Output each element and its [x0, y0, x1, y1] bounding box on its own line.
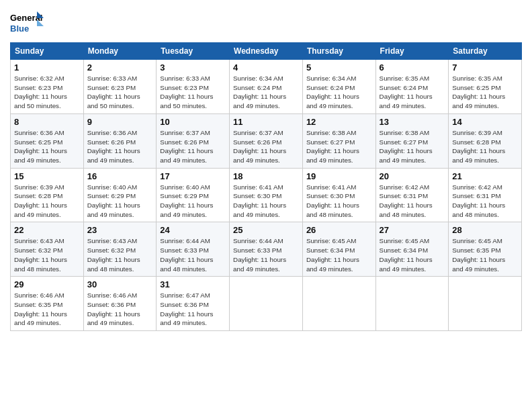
calendar-cell: 10Sunrise: 6:37 AM Sunset: 6:26 PM Dayli…	[157, 113, 230, 168]
day-number: 15	[14, 171, 80, 181]
day-info: Sunrise: 6:36 AM Sunset: 6:25 PM Dayligh…	[14, 128, 80, 165]
day-info: Sunrise: 6:45 AM Sunset: 6:34 PM Dayligh…	[306, 236, 372, 273]
day-number: 27	[380, 225, 445, 235]
day-of-week-header: Friday	[375, 43, 449, 60]
day-number: 5	[306, 62, 372, 73]
day-info: Sunrise: 6:42 AM Sunset: 6:31 PM Dayligh…	[452, 183, 518, 220]
day-number: 10	[160, 117, 226, 127]
calendar-week-row: 8Sunrise: 6:36 AM Sunset: 6:25 PM Daylig…	[11, 113, 522, 168]
day-info: Sunrise: 6:34 AM Sunset: 6:24 PM Dayligh…	[233, 74, 299, 111]
calendar-week-row: 29Sunrise: 6:46 AM Sunset: 6:35 PM Dayli…	[11, 277, 522, 331]
day-info: Sunrise: 6:42 AM Sunset: 6:31 PM Dayligh…	[380, 183, 445, 220]
calendar-cell: 5Sunrise: 6:34 AM Sunset: 6:24 PM Daylig…	[302, 60, 375, 114]
day-of-week-header: Monday	[83, 43, 157, 60]
day-info: Sunrise: 6:35 AM Sunset: 6:24 PM Dayligh…	[380, 74, 445, 111]
day-info: Sunrise: 6:38 AM Sunset: 6:27 PM Dayligh…	[306, 128, 372, 165]
day-number: 31	[160, 279, 226, 289]
calendar-cell: 3Sunrise: 6:33 AM Sunset: 6:23 PM Daylig…	[157, 60, 230, 114]
calendar-cell: 24Sunrise: 6:44 AM Sunset: 6:33 PM Dayli…	[157, 222, 230, 277]
calendar-cell: 26Sunrise: 6:45 AM Sunset: 6:34 PM Dayli…	[302, 222, 375, 277]
day-info: Sunrise: 6:33 AM Sunset: 6:23 PM Dayligh…	[87, 74, 153, 111]
svg-text:Blue: Blue	[10, 24, 29, 34]
calendar-cell: 15Sunrise: 6:39 AM Sunset: 6:28 PM Dayli…	[11, 168, 84, 222]
day-of-week-header: Sunday	[11, 43, 84, 60]
day-info: Sunrise: 6:47 AM Sunset: 6:36 PM Dayligh…	[160, 291, 226, 328]
day-of-week-header: Wednesday	[230, 43, 303, 60]
day-info: Sunrise: 6:37 AM Sunset: 6:26 PM Dayligh…	[233, 128, 299, 165]
calendar-cell	[230, 277, 303, 331]
calendar-cell: 18Sunrise: 6:41 AM Sunset: 6:30 PM Dayli…	[230, 168, 303, 222]
day-number: 11	[233, 117, 299, 127]
day-info: Sunrise: 6:41 AM Sunset: 6:30 PM Dayligh…	[306, 183, 372, 220]
calendar-cell	[449, 277, 522, 331]
day-info: Sunrise: 6:45 AM Sunset: 6:34 PM Dayligh…	[380, 236, 445, 273]
day-info: Sunrise: 6:44 AM Sunset: 6:33 PM Dayligh…	[160, 236, 226, 273]
calendar-cell: 4Sunrise: 6:34 AM Sunset: 6:24 PM Daylig…	[230, 60, 303, 114]
day-number: 23	[87, 225, 153, 235]
day-number: 28	[452, 225, 518, 235]
calendar-cell: 7Sunrise: 6:35 AM Sunset: 6:25 PM Daylig…	[449, 60, 522, 114]
calendar-cell: 13Sunrise: 6:38 AM Sunset: 6:27 PM Dayli…	[375, 113, 449, 168]
day-info: Sunrise: 6:44 AM Sunset: 6:33 PM Dayligh…	[233, 236, 299, 273]
calendar-cell: 2Sunrise: 6:33 AM Sunset: 6:23 PM Daylig…	[83, 60, 157, 114]
calendar-cell: 25Sunrise: 6:44 AM Sunset: 6:33 PM Dayli…	[230, 222, 303, 277]
day-of-week-header: Thursday	[302, 43, 375, 60]
day-info: Sunrise: 6:43 AM Sunset: 6:32 PM Dayligh…	[87, 236, 153, 273]
calendar-cell: 21Sunrise: 6:42 AM Sunset: 6:31 PM Dayli…	[449, 168, 522, 222]
calendar-cell: 19Sunrise: 6:41 AM Sunset: 6:30 PM Dayli…	[302, 168, 375, 222]
day-info: Sunrise: 6:41 AM Sunset: 6:30 PM Dayligh…	[233, 183, 299, 220]
day-number: 13	[380, 117, 445, 127]
day-number: 4	[233, 62, 299, 73]
calendar-cell: 20Sunrise: 6:42 AM Sunset: 6:31 PM Dayli…	[375, 168, 449, 222]
day-number: 22	[14, 225, 80, 235]
day-info: Sunrise: 6:46 AM Sunset: 6:36 PM Dayligh…	[87, 291, 153, 328]
day-number: 21	[452, 171, 518, 181]
day-number: 7	[452, 62, 518, 73]
day-number: 3	[160, 62, 226, 73]
day-info: Sunrise: 6:38 AM Sunset: 6:27 PM Dayligh…	[380, 128, 445, 165]
calendar-header-row: SundayMondayTuesdayWednesdayThursdayFrid…	[11, 43, 522, 60]
day-number: 26	[306, 225, 372, 235]
day-number: 9	[87, 117, 153, 127]
calendar-cell: 17Sunrise: 6:40 AM Sunset: 6:29 PM Dayli…	[157, 168, 230, 222]
calendar-cell: 29Sunrise: 6:46 AM Sunset: 6:35 PM Dayli…	[11, 277, 84, 331]
day-of-week-header: Tuesday	[157, 43, 230, 60]
calendar-cell	[302, 277, 375, 331]
day-number: 14	[452, 117, 518, 127]
day-info: Sunrise: 6:40 AM Sunset: 6:29 PM Dayligh…	[160, 183, 226, 220]
calendar-cell: 6Sunrise: 6:35 AM Sunset: 6:24 PM Daylig…	[375, 60, 449, 114]
page-container: GeneralBlue SundayMondayTuesdayWednesday…	[0, 0, 532, 338]
day-info: Sunrise: 6:40 AM Sunset: 6:29 PM Dayligh…	[87, 183, 153, 220]
day-number: 25	[233, 225, 299, 235]
day-number: 18	[233, 171, 299, 181]
calendar-week-row: 1Sunrise: 6:32 AM Sunset: 6:23 PM Daylig…	[11, 60, 522, 114]
day-number: 1	[14, 62, 80, 73]
day-of-week-header: Saturday	[449, 43, 522, 60]
day-number: 2	[87, 62, 153, 73]
day-number: 20	[380, 171, 445, 181]
calendar-cell: 23Sunrise: 6:43 AM Sunset: 6:32 PM Dayli…	[83, 222, 157, 277]
calendar-cell: 9Sunrise: 6:36 AM Sunset: 6:26 PM Daylig…	[83, 113, 157, 168]
day-number: 17	[160, 171, 226, 181]
day-info: Sunrise: 6:35 AM Sunset: 6:25 PM Dayligh…	[452, 74, 518, 111]
day-number: 29	[14, 279, 80, 289]
day-number: 16	[87, 171, 153, 181]
header: GeneralBlue	[10, 10, 522, 36]
logo: GeneralBlue	[10, 10, 44, 36]
day-info: Sunrise: 6:34 AM Sunset: 6:24 PM Dayligh…	[306, 74, 372, 111]
day-number: 12	[306, 117, 372, 127]
day-info: Sunrise: 6:46 AM Sunset: 6:35 PM Dayligh…	[14, 291, 80, 328]
calendar-cell: 11Sunrise: 6:37 AM Sunset: 6:26 PM Dayli…	[230, 113, 303, 168]
day-number: 6	[380, 62, 445, 73]
calendar-week-row: 22Sunrise: 6:43 AM Sunset: 6:32 PM Dayli…	[11, 222, 522, 277]
day-info: Sunrise: 6:45 AM Sunset: 6:35 PM Dayligh…	[452, 236, 518, 273]
calendar-body: 1Sunrise: 6:32 AM Sunset: 6:23 PM Daylig…	[11, 60, 522, 331]
calendar-cell: 31Sunrise: 6:47 AM Sunset: 6:36 PM Dayli…	[157, 277, 230, 331]
calendar-cell: 27Sunrise: 6:45 AM Sunset: 6:34 PM Dayli…	[375, 222, 449, 277]
calendar-table: SundayMondayTuesdayWednesdayThursdayFrid…	[10, 42, 522, 331]
logo-svg: GeneralBlue	[10, 10, 44, 36]
day-info: Sunrise: 6:43 AM Sunset: 6:32 PM Dayligh…	[14, 236, 80, 273]
day-number: 19	[306, 171, 372, 181]
calendar-cell	[375, 277, 449, 331]
day-info: Sunrise: 6:32 AM Sunset: 6:23 PM Dayligh…	[14, 74, 80, 111]
